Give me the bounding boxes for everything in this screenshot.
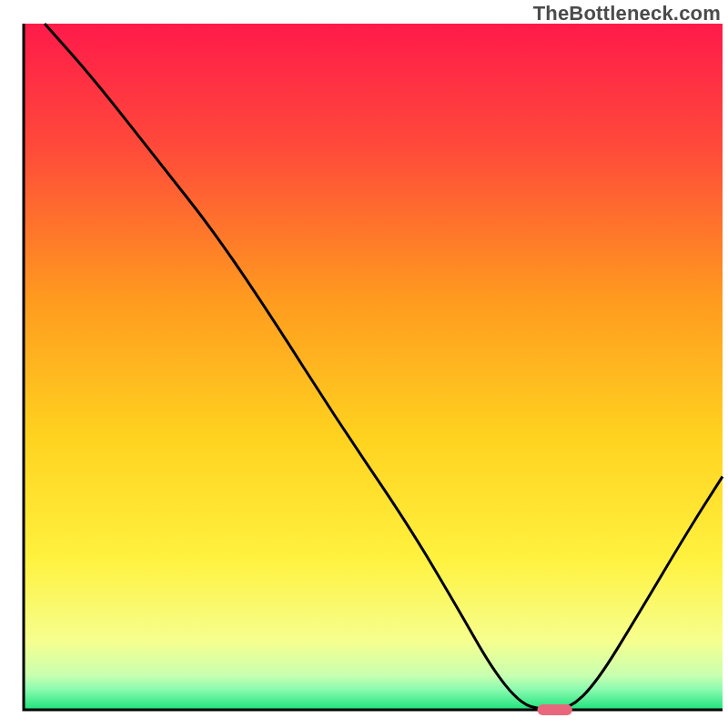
watermark-text: TheBottleneck.com <box>533 2 721 25</box>
bottleneck-chart <box>0 0 728 728</box>
optimal-marker <box>537 704 571 715</box>
plot-background <box>24 24 723 710</box>
chart-container: { "watermark": "TheBottleneck.com", "cha… <box>0 0 728 728</box>
